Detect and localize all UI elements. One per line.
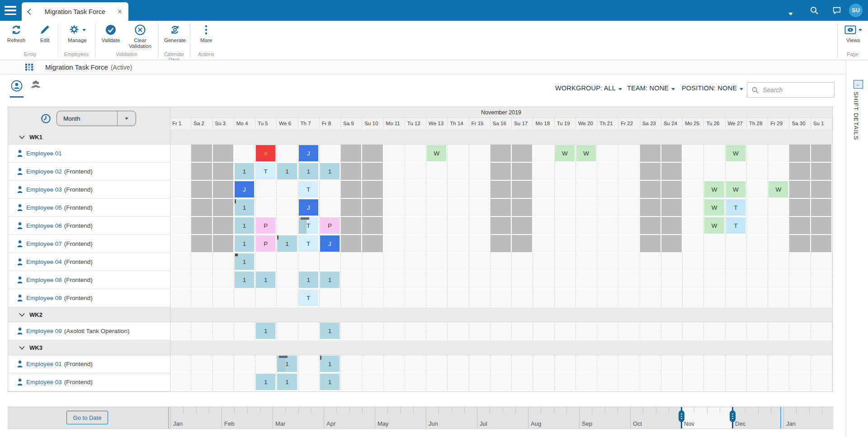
day-cell[interactable] (661, 271, 683, 288)
shift-cell[interactable]: T (299, 235, 318, 252)
day-cell[interactable] (618, 322, 640, 339)
day-cell[interactable] (448, 271, 469, 288)
day-cell[interactable] (448, 199, 469, 216)
day-cell[interactable] (341, 355, 362, 372)
day-cell[interactable] (255, 199, 277, 216)
day-cell[interactable] (512, 289, 533, 306)
day-cell[interactable] (213, 145, 234, 162)
day-cell[interactable] (618, 163, 640, 180)
day-cell[interactable] (426, 253, 448, 270)
tab-teams-view[interactable] (30, 80, 42, 92)
day-cell[interactable] (405, 322, 426, 339)
shift-cell[interactable]: W (427, 145, 446, 161)
shift-cell[interactable]: 1 (235, 217, 254, 234)
day-cell[interactable] (170, 355, 191, 372)
day-cell[interactable] (597, 163, 618, 180)
day-cell[interactable] (448, 163, 469, 180)
day-cell[interactable] (277, 181, 298, 198)
day-cell[interactable]: 1 (277, 235, 298, 252)
day-cell[interactable]: 1 (320, 373, 341, 390)
day-cell[interactable] (469, 355, 491, 372)
day-cell[interactable] (661, 373, 683, 390)
day-cell[interactable] (640, 253, 661, 270)
day-cell[interactable] (768, 322, 789, 339)
day-cell[interactable]: J (234, 181, 255, 198)
day-cell[interactable] (405, 145, 426, 162)
day-cell[interactable] (491, 373, 512, 390)
day-cell[interactable]: J (320, 235, 341, 252)
day-cell[interactable] (789, 322, 811, 339)
day-cell[interactable] (362, 289, 383, 306)
day-cell[interactable] (533, 271, 554, 288)
shift-details-panel[interactable]: ← SHIFT DETAILS (846, 60, 868, 437)
day-cell[interactable] (255, 289, 277, 306)
day-cell[interactable] (405, 181, 426, 198)
day-cell[interactable]: W (704, 217, 725, 234)
day-cell[interactable] (170, 322, 191, 339)
shift-cell[interactable]: 1 (320, 356, 340, 372)
day-cell[interactable] (405, 199, 426, 216)
day-cell[interactable] (341, 322, 362, 339)
shift-cell[interactable]: W (576, 145, 596, 161)
day-cell[interactable] (747, 322, 768, 339)
day-cell[interactable] (448, 322, 469, 339)
day-cell[interactable]: 1 (234, 217, 255, 234)
day-cell[interactable] (726, 271, 747, 288)
day-cell[interactable] (683, 199, 704, 216)
day-cell[interactable] (811, 145, 832, 162)
day-cell[interactable]: 1 (234, 163, 255, 180)
day-cell[interactable] (683, 235, 704, 252)
day-cell[interactable] (661, 163, 683, 180)
employee-link[interactable]: Employee 03 (26, 186, 62, 193)
day-cell[interactable] (811, 271, 832, 288)
day-cell[interactable] (512, 322, 533, 339)
day-cell[interactable] (555, 199, 576, 216)
day-cell[interactable] (191, 322, 212, 339)
day-cell[interactable] (341, 373, 362, 390)
day-cell[interactable] (384, 145, 405, 162)
shift-cell[interactable]: J (320, 235, 340, 252)
more-button[interactable]: More (193, 23, 219, 43)
day-cell[interactable] (320, 253, 341, 270)
day-cell[interactable]: W (726, 181, 747, 198)
day-cell[interactable] (491, 181, 512, 198)
day-cell[interactable] (768, 355, 789, 372)
day-cell[interactable] (405, 271, 426, 288)
day-cell[interactable] (726, 163, 747, 180)
day-cell[interactable] (277, 217, 298, 234)
back-chevron-icon[interactable] (26, 8, 34, 16)
day-cell[interactable] (362, 163, 383, 180)
day-cell[interactable] (747, 235, 768, 252)
day-cell[interactable] (683, 373, 704, 390)
day-cell[interactable] (661, 289, 683, 306)
day-cell[interactable] (255, 253, 277, 270)
day-cell[interactable] (618, 253, 640, 270)
shift-cell[interactable]: J (299, 199, 318, 216)
shift-cell[interactable]: 1 (277, 235, 297, 252)
day-cell[interactable] (789, 235, 811, 252)
day-cell[interactable] (191, 163, 212, 180)
employee-link[interactable]: Employee 06 (26, 222, 62, 229)
day-cell[interactable]: T (726, 199, 747, 216)
day-cell[interactable] (491, 253, 512, 270)
day-cell[interactable] (768, 253, 789, 270)
day-cell[interactable] (811, 373, 832, 390)
day-cell[interactable] (405, 253, 426, 270)
day-cell[interactable]: 1 (320, 271, 341, 288)
day-cell[interactable] (213, 373, 234, 390)
day-cell[interactable]: 1 (298, 271, 320, 288)
shift-cell[interactable]: 1 (299, 163, 318, 179)
day-cell[interactable] (789, 199, 811, 216)
day-cell[interactable] (191, 373, 212, 390)
day-cell[interactable] (512, 271, 533, 288)
day-cell[interactable] (170, 289, 191, 306)
day-cell[interactable] (191, 355, 212, 372)
edit-button[interactable]: Edit (32, 23, 57, 43)
generate-button[interactable]: Generate (161, 23, 189, 43)
day-cell[interactable] (576, 199, 597, 216)
shift-cell[interactable]: 1 (235, 235, 254, 252)
shift-cell[interactable]: 1 (320, 163, 340, 179)
employee-link[interactable]: Employee 01 (26, 361, 62, 367)
day-cell[interactable] (747, 145, 768, 162)
day-cell[interactable] (362, 271, 383, 288)
